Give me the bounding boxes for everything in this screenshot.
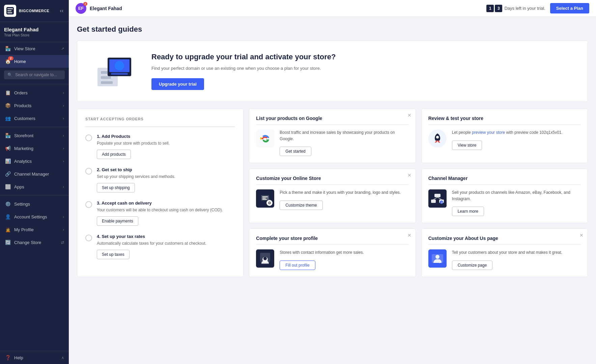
get-started-button[interactable]: Get started (280, 147, 311, 156)
view-store-label: View Store (14, 46, 35, 51)
trial-days: 1 3 (486, 5, 502, 12)
fill-out-profile-button[interactable]: Fill out profile (280, 261, 315, 270)
set-up-taxes-button[interactable]: Set up taxes (97, 250, 130, 259)
orders-icon: 📋 (5, 90, 11, 96)
step-2-body: 2. Get set to ship Set up your shipping … (97, 167, 235, 192)
sidebar-item-label-change-store: Change Store (14, 240, 41, 245)
trial-day-2: 3 (495, 5, 502, 12)
step-4-radio[interactable] (85, 235, 92, 241)
sidebar-item-orders[interactable]: 📋 Orders › (0, 86, 69, 99)
store-profile-close-button[interactable]: ✕ (407, 233, 411, 238)
customize-store-desc: Pick a theme and make it yours with your… (280, 189, 408, 196)
apps-icon: ⬜ (5, 184, 11, 190)
view-store-icon: 🏪 (5, 46, 11, 52)
list-on-google-close-button[interactable]: ✕ (407, 113, 411, 118)
svg-rect-8 (111, 73, 128, 75)
step-4-body: 4. Set up your tax rates Automatically c… (97, 234, 235, 259)
storefront-icon: 🏪 (5, 132, 11, 139)
svg-rect-13 (262, 198, 266, 199)
logo-label: BigCommerce (19, 9, 49, 13)
customize-page-button[interactable]: Customize page (452, 261, 493, 270)
change-store-arrow-icon: ⇄ (61, 240, 64, 245)
preview-store-link[interactable]: preview your store (472, 130, 505, 135)
sidebar-header: BigCommerce ‹‹ (0, 0, 69, 22)
sidebar-divider-2 (0, 127, 69, 127)
topbar-store-name: Elegant Fahad (90, 6, 122, 11)
enable-payments-button[interactable]: Enable payments (97, 216, 138, 226)
hero-illustration (91, 51, 138, 91)
sidebar-item-view-store[interactable]: 🏪 View Store ↗ (0, 42, 69, 55)
google-icon (256, 129, 274, 148)
step-1-body: 1. Add Products Populate your store with… (97, 134, 235, 159)
storefront-arrow-icon: › (63, 133, 64, 138)
learn-more-button[interactable]: Learn more (452, 207, 484, 216)
sidebar-item-marketing[interactable]: 📢 Marketing › (0, 142, 69, 155)
sidebar-item-label-settings: Settings (14, 202, 30, 207)
products-icon: 📦 (5, 102, 11, 109)
logo-box (4, 5, 16, 17)
sidebar-item-label-analytics: Analytics (14, 159, 32, 164)
channel-manager-card: Channel Manager ⚙ (421, 169, 588, 223)
svg-rect-9 (256, 129, 274, 148)
content-area: Get started guides (69, 17, 596, 364)
sidebar-item-label-orders: Orders (14, 90, 28, 95)
main-area: EF 2 Elegant Fahad 1 3 Days left in your… (69, 0, 596, 364)
customize-theme-button[interactable]: Customize theme (280, 201, 322, 210)
channel-manager-body: Sell your products on channels like Amaz… (452, 189, 581, 216)
sidebar-item-account-settings[interactable]: 👤 Account Settings › (0, 210, 69, 223)
view-store-button[interactable]: View store (452, 141, 482, 150)
sidebar-item-apps[interactable]: ⬜ Apps › (0, 180, 69, 193)
svg-point-11 (436, 136, 439, 139)
review-store-title: Review & test your store (428, 116, 581, 125)
set-up-shipping-button[interactable]: Set up shipping (97, 183, 135, 192)
review-store-content: Let people preview your store with previ… (428, 129, 581, 150)
step-2-radio[interactable] (85, 168, 92, 175)
sidebar-item-analytics[interactable]: 📊 Analytics › (0, 155, 69, 168)
add-products-button[interactable]: Add products (97, 150, 131, 159)
sidebar-item-home[interactable]: 🏠 2 Home (0, 55, 69, 68)
avatar-initials: EF (78, 6, 84, 11)
review-store-desc: Let people preview your store with previ… (452, 129, 581, 136)
topbar-left: EF 2 Elegant Fahad (76, 3, 122, 14)
sidebar-item-help[interactable]: ❓ Help ∧ (0, 351, 69, 364)
step-tax-rates: 4. Set up your tax rates Automatically c… (85, 234, 235, 259)
sidebar-item-storefront[interactable]: 🏪 Storefront › (0, 129, 69, 142)
search-bar[interactable]: 🔍 Search or navigate to... (4, 70, 65, 79)
sidebar-item-change-store[interactable]: 🔄 Change Store ⇄ (0, 236, 69, 249)
step-3-desc: Your customers will be able to checkout … (97, 207, 235, 213)
step-1-radio[interactable] (85, 134, 92, 141)
sidebar-item-products[interactable]: 📦 Products › (0, 99, 69, 112)
page-title: Get started guides (77, 25, 588, 34)
sidebar: BigCommerce ‹‹ Elegant Fahad Trial Plan … (0, 0, 69, 364)
svg-text:⚙: ⚙ (441, 201, 443, 204)
sidebar-item-settings[interactable]: ⚙️ Settings (0, 198, 69, 210)
sidebar-item-my-profile[interactable]: 🙍 My Profile › (0, 223, 69, 236)
collapse-sidebar-button[interactable]: ‹‹ (58, 6, 65, 15)
channel-manager-icon: 🔗 (5, 171, 11, 177)
sidebar-bottom: ❓ Help ∧ (0, 351, 69, 364)
channel-manager-content: ⚙ Sell your products on channels like Am… (428, 189, 581, 216)
analytics-arrow-icon: › (63, 159, 64, 163)
svg-rect-14 (262, 199, 267, 200)
step-4-title: 4. Set up your tax rates (97, 234, 235, 239)
about-us-content: Tell your customers about your store and… (428, 249, 581, 270)
settings-icon: ⚙️ (5, 201, 11, 207)
step-3-radio[interactable] (85, 201, 92, 208)
step-2-title: 2. Get set to ship (97, 167, 235, 172)
help-icon: ❓ (5, 355, 11, 361)
home-badge: 2 (8, 56, 13, 60)
hero-text: Ready to upgrade your trial and activate… (151, 52, 574, 90)
sidebar-item-channel-manager[interactable]: 🔗 Channel Manager (0, 168, 69, 180)
customers-arrow-icon: › (63, 116, 64, 120)
sidebar-item-customers[interactable]: 👥 Customers › (0, 112, 69, 125)
store-name-label: Elegant Fahad (4, 27, 65, 32)
customize-store-body: Pick a theme and make it yours with your… (280, 189, 408, 210)
about-us-close-button[interactable]: ✕ (579, 233, 584, 238)
customers-icon: 👥 (5, 115, 11, 121)
step-3-body: 3. Accept cash on delivery Your customer… (97, 201, 235, 226)
customize-store-close-button[interactable]: ✕ (407, 173, 411, 178)
sidebar-divider-1 (0, 84, 69, 84)
upgrade-trial-button[interactable]: Upgrade your trial (151, 78, 204, 90)
select-plan-button[interactable]: Select a Plan (550, 3, 589, 13)
search-placeholder-text: Search or navigate to... (15, 72, 57, 77)
